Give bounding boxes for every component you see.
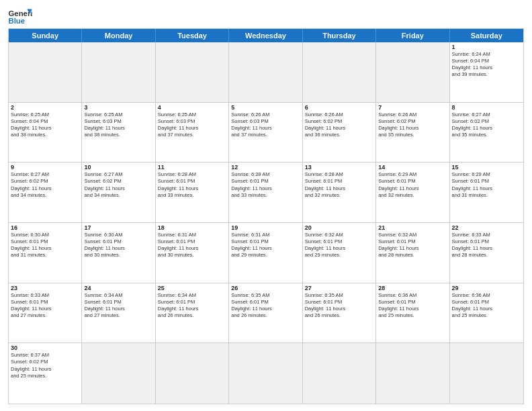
page: General Blue SundayMondayTuesdayWednesda… [0, 0, 532, 411]
day-info: Sunrise: 6:27 AM Sunset: 6:02 PM Dayligh… [11, 171, 79, 199]
day-info: Sunrise: 6:29 AM Sunset: 6:01 PM Dayligh… [378, 171, 447, 199]
calendar-day-9: 9Sunrise: 6:27 AM Sunset: 6:02 PM Daylig… [9, 163, 82, 222]
day-number: 29 [452, 285, 521, 291]
header-day-thursday: Thursday [303, 29, 376, 42]
day-info: Sunrise: 6:36 AM Sunset: 6:01 PM Dayligh… [452, 292, 521, 320]
day-number: 14 [378, 164, 447, 171]
day-number: 12 [231, 164, 300, 171]
day-number: 15 [452, 164, 521, 171]
calendar-day-14: 14Sunrise: 6:29 AM Sunset: 6:01 PM Dayli… [376, 163, 449, 222]
header-day-sunday: Sunday [9, 29, 82, 42]
day-number: 5 [231, 104, 300, 111]
calendar-day-20: 20Sunrise: 6:32 AM Sunset: 6:01 PM Dayli… [303, 223, 376, 283]
calendar-day-30: 30Sunrise: 6:37 AM Sunset: 6:02 PM Dayli… [9, 343, 82, 404]
day-number: 10 [84, 164, 152, 171]
calendar-week-5: 23Sunrise: 6:33 AM Sunset: 6:01 PM Dayli… [9, 283, 523, 344]
day-number: 24 [84, 285, 152, 291]
calendar-day-5: 5Sunrise: 6:26 AM Sunset: 6:03 PM Daylig… [229, 103, 302, 163]
header-day-saturday: Saturday [450, 29, 523, 42]
calendar-day-8: 8Sunrise: 6:27 AM Sunset: 6:02 PM Daylig… [450, 103, 523, 163]
calendar-day-4: 4Sunrise: 6:25 AM Sunset: 6:03 PM Daylig… [156, 103, 229, 163]
day-info: Sunrise: 6:36 AM Sunset: 6:01 PM Dayligh… [378, 292, 447, 320]
header-day-tuesday: Tuesday [156, 29, 229, 42]
calendar-day-11: 11Sunrise: 6:28 AM Sunset: 6:01 PM Dayli… [156, 163, 229, 222]
calendar-day-empty [303, 42, 376, 102]
day-info: Sunrise: 6:26 AM Sunset: 6:02 PM Dayligh… [305, 111, 373, 139]
day-number: 16 [11, 224, 79, 231]
day-number: 30 [11, 345, 79, 351]
calendar: SundayMondayTuesdayWednesdayThursdayFrid… [8, 28, 524, 404]
calendar-day-17: 17Sunrise: 6:30 AM Sunset: 6:01 PM Dayli… [82, 223, 155, 283]
day-number: 8 [452, 104, 521, 111]
day-info: Sunrise: 6:25 AM Sunset: 6:03 PM Dayligh… [84, 111, 152, 139]
calendar-day-3: 3Sunrise: 6:25 AM Sunset: 6:03 PM Daylig… [82, 103, 155, 163]
calendar-week-1: 1Sunrise: 6:24 AM Sunset: 6:04 PM Daylig… [9, 42, 523, 103]
day-number: 27 [305, 285, 373, 291]
calendar-day-empty [303, 343, 376, 404]
calendar-day-29: 29Sunrise: 6:36 AM Sunset: 6:01 PM Dayli… [450, 283, 523, 343]
calendar-day-empty [156, 343, 229, 404]
calendar-day-empty [82, 42, 155, 102]
calendar-day-empty [450, 343, 523, 404]
calendar-day-21: 21Sunrise: 6:32 AM Sunset: 6:01 PM Dayli… [376, 223, 449, 283]
day-info: Sunrise: 6:25 AM Sunset: 6:03 PM Dayligh… [158, 111, 226, 139]
calendar-day-25: 25Sunrise: 6:34 AM Sunset: 6:01 PM Dayli… [156, 283, 229, 343]
calendar-day-19: 19Sunrise: 6:31 AM Sunset: 6:01 PM Dayli… [229, 223, 302, 283]
day-number: 23 [11, 285, 79, 291]
calendar-day-22: 22Sunrise: 6:33 AM Sunset: 6:01 PM Dayli… [450, 223, 523, 283]
day-number: 19 [231, 224, 300, 231]
calendar-week-6: 30Sunrise: 6:37 AM Sunset: 6:02 PM Dayli… [9, 343, 523, 404]
calendar-day-10: 10Sunrise: 6:27 AM Sunset: 6:02 PM Dayli… [82, 163, 155, 222]
day-number: 25 [158, 285, 226, 291]
day-info: Sunrise: 6:35 AM Sunset: 6:01 PM Dayligh… [305, 292, 373, 320]
calendar-day-16: 16Sunrise: 6:30 AM Sunset: 6:01 PM Dayli… [9, 223, 82, 283]
calendar-body: 1Sunrise: 6:24 AM Sunset: 6:04 PM Daylig… [9, 42, 523, 404]
calendar-day-empty [376, 42, 449, 102]
day-number: 22 [452, 224, 521, 231]
header-day-wednesday: Wednesday [229, 29, 302, 42]
day-info: Sunrise: 6:34 AM Sunset: 6:01 PM Dayligh… [158, 292, 226, 320]
day-number: 6 [305, 104, 373, 111]
day-number: 4 [158, 104, 226, 111]
calendar-week-3: 9Sunrise: 6:27 AM Sunset: 6:02 PM Daylig… [9, 163, 523, 223]
calendar-day-24: 24Sunrise: 6:34 AM Sunset: 6:01 PM Dayli… [82, 283, 155, 343]
day-number: 1 [452, 44, 521, 50]
calendar-day-13: 13Sunrise: 6:28 AM Sunset: 6:01 PM Dayli… [303, 163, 376, 222]
day-info: Sunrise: 6:30 AM Sunset: 6:01 PM Dayligh… [84, 232, 152, 259]
day-info: Sunrise: 6:34 AM Sunset: 6:01 PM Dayligh… [84, 292, 152, 320]
calendar-day-23: 23Sunrise: 6:33 AM Sunset: 6:01 PM Dayli… [9, 283, 82, 343]
day-info: Sunrise: 6:28 AM Sunset: 6:01 PM Dayligh… [158, 171, 226, 199]
calendar-day-7: 7Sunrise: 6:26 AM Sunset: 6:02 PM Daylig… [376, 103, 449, 163]
calendar-day-1: 1Sunrise: 6:24 AM Sunset: 6:04 PM Daylig… [450, 42, 523, 102]
day-info: Sunrise: 6:33 AM Sunset: 6:01 PM Dayligh… [452, 232, 521, 259]
day-info: Sunrise: 6:27 AM Sunset: 6:02 PM Dayligh… [84, 171, 152, 199]
calendar-day-27: 27Sunrise: 6:35 AM Sunset: 6:01 PM Dayli… [303, 283, 376, 343]
day-info: Sunrise: 6:33 AM Sunset: 6:01 PM Dayligh… [11, 292, 79, 320]
day-info: Sunrise: 6:32 AM Sunset: 6:01 PM Dayligh… [378, 232, 447, 259]
day-info: Sunrise: 6:28 AM Sunset: 6:01 PM Dayligh… [305, 171, 373, 199]
calendar-day-empty [229, 42, 302, 102]
calendar-day-empty [82, 343, 155, 404]
day-number: 21 [378, 224, 447, 231]
day-number: 18 [158, 224, 226, 231]
day-number: 11 [158, 164, 226, 171]
day-info: Sunrise: 6:25 AM Sunset: 6:04 PM Dayligh… [11, 111, 79, 139]
svg-text:Blue: Blue [9, 17, 26, 25]
day-info: Sunrise: 6:37 AM Sunset: 6:02 PM Dayligh… [11, 352, 79, 379]
day-info: Sunrise: 6:29 AM Sunset: 6:01 PM Dayligh… [452, 171, 521, 199]
day-info: Sunrise: 6:30 AM Sunset: 6:01 PM Dayligh… [11, 232, 79, 259]
day-info: Sunrise: 6:35 AM Sunset: 6:01 PM Dayligh… [231, 292, 300, 320]
day-info: Sunrise: 6:31 AM Sunset: 6:01 PM Dayligh… [158, 232, 226, 259]
calendar-week-4: 16Sunrise: 6:30 AM Sunset: 6:01 PM Dayli… [9, 223, 523, 283]
calendar-day-empty [229, 343, 302, 404]
day-info: Sunrise: 6:26 AM Sunset: 6:02 PM Dayligh… [378, 111, 447, 139]
calendar-day-28: 28Sunrise: 6:36 AM Sunset: 6:01 PM Dayli… [376, 283, 449, 343]
day-info: Sunrise: 6:32 AM Sunset: 6:01 PM Dayligh… [305, 232, 373, 259]
generalblue-logo-icon: General Blue [8, 7, 32, 26]
calendar-day-empty [9, 42, 82, 102]
day-number: 28 [378, 285, 447, 291]
day-info: Sunrise: 6:24 AM Sunset: 6:04 PM Dayligh… [452, 51, 521, 79]
day-number: 3 [84, 104, 152, 111]
header-day-monday: Monday [82, 29, 155, 42]
calendar-week-2: 2Sunrise: 6:25 AM Sunset: 6:04 PM Daylig… [9, 103, 523, 163]
